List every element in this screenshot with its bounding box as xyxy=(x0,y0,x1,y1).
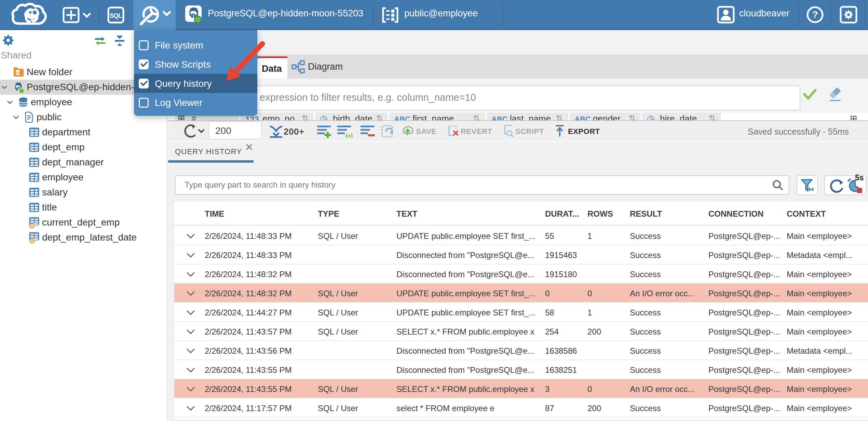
svg-text:?: ? xyxy=(812,9,818,20)
svg-text:(+): (+) xyxy=(345,133,353,138)
svg-text:SQL: SQL xyxy=(110,12,122,19)
